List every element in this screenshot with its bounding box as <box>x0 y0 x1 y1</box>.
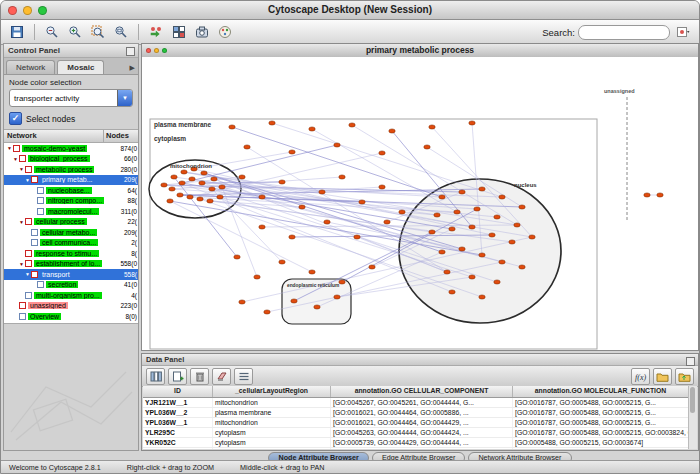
network-node[interactable] <box>319 190 325 194</box>
network-node[interactable] <box>279 180 285 184</box>
network-node[interactable] <box>314 305 320 309</box>
network-node[interactable] <box>264 310 270 314</box>
expand-triangle-icon[interactable]: ▼ <box>24 177 31 183</box>
network-node[interactable] <box>379 151 385 155</box>
network-node[interactable] <box>369 265 375 269</box>
network-node[interactable] <box>499 195 505 199</box>
scrollbar-thumb[interactable] <box>690 387 695 413</box>
snapshot-button[interactable] <box>192 23 212 42</box>
tree-row[interactable]: multi-organism pro...4( <box>4 290 138 301</box>
column-header[interactable]: annotation.GO MOLECULAR_FUNCTION <box>513 386 689 397</box>
tree-row[interactable]: ▼biological_process66(0 <box>4 154 138 165</box>
expand-triangle-icon[interactable]: ▼ <box>6 145 13 151</box>
network-node[interactable] <box>439 195 445 199</box>
network-node[interactable] <box>289 235 295 239</box>
network-node[interactable] <box>171 175 177 179</box>
network-node[interactable] <box>234 255 240 259</box>
tree-row[interactable]: ▼primary metab...209( <box>4 175 138 186</box>
network-node[interactable] <box>309 270 315 274</box>
zoom-window-button[interactable] <box>38 6 47 15</box>
network-node[interactable] <box>161 183 167 187</box>
tree-row[interactable]: nitrogen compo...88( <box>4 196 138 207</box>
tree-row[interactable]: ▼transport558( <box>4 269 138 280</box>
table-cell[interactable]: [GO:0005739, GO:0044429, GO:0044444, ... <box>331 438 513 447</box>
network-node[interactable] <box>239 300 245 304</box>
import-table-button[interactable] <box>653 368 672 385</box>
network-node[interactable] <box>349 123 355 127</box>
table-cell[interactable]: YJR121W__1 <box>143 398 213 407</box>
tree-row[interactable]: cell communica...2( <box>4 238 138 249</box>
export-table-button[interactable] <box>675 368 694 385</box>
network-node[interactable] <box>479 187 485 191</box>
table-cell[interactable]: [GO:0016787, GO:0005488, GO:0005215, G..… <box>513 408 689 417</box>
network-node[interactable] <box>469 275 475 279</box>
network-zoom-button[interactable] <box>162 48 167 53</box>
zoom-in-button[interactable] <box>65 23 85 42</box>
network-node[interactable] <box>514 223 520 227</box>
float-panel-icon[interactable] <box>686 357 695 366</box>
table-row[interactable]: YJR121W__1mitochondrion[GO:0045267, GO:0… <box>143 398 697 408</box>
column-header[interactable]: annotation.GO CELLULAR_COMPONENT <box>331 386 513 397</box>
table-row[interactable]: YKR052Ccytoplasm[GO:0005739, GO:0044429,… <box>143 438 697 448</box>
network-node[interactable] <box>499 260 505 264</box>
network-node[interactable] <box>429 125 435 129</box>
clear-selection-button[interactable] <box>212 368 231 385</box>
table-cell[interactable]: [GO:0016021, GO:0044464, GO:0044429, ... <box>331 448 513 449</box>
tree-row[interactable]: secretion41(0 <box>4 280 138 291</box>
network-node[interactable] <box>299 205 305 209</box>
network-node[interactable] <box>217 195 223 199</box>
table-cell[interactable]: mitochondrion <box>213 448 331 449</box>
network-node[interactable] <box>239 175 245 179</box>
table-cell[interactable]: [GO:0016787, GO:0005488, GO:0005215, GO:… <box>513 428 689 437</box>
network-node[interactable] <box>449 290 455 294</box>
network-node[interactable] <box>179 181 185 185</box>
network-node[interactable] <box>479 295 485 299</box>
delete-attribute-button[interactable] <box>190 368 209 385</box>
network-node[interactable] <box>324 220 330 224</box>
network-node[interactable] <box>209 187 215 191</box>
table-cell[interactable]: [GO:0016021, GO:0044464, GO:0044429, ... <box>331 418 513 427</box>
table-cell[interactable]: [GO:0005488, GO:0005215, GO:0003674] <box>513 438 689 447</box>
tree-row[interactable]: Overview8(0) <box>4 311 138 322</box>
vizmapper-button[interactable] <box>215 23 235 42</box>
tree-row[interactable]: ▼mosaic-demo-yeast874(0 <box>4 143 138 154</box>
table-cell[interactable]: plasma membrane <box>213 408 331 417</box>
create-attribute-button[interactable] <box>168 368 187 385</box>
table-cell[interactable]: YPL036W__2 <box>143 408 213 417</box>
tab-network[interactable]: Network <box>6 60 55 74</box>
network-node[interactable] <box>459 190 465 194</box>
minimize-button[interactable] <box>23 6 32 15</box>
network-node[interactable] <box>424 145 430 149</box>
table-row[interactable]: YDR039C__1mitochondrion[GO:0016021, GO:0… <box>143 448 697 449</box>
network-node[interactable] <box>309 127 315 131</box>
tree-row[interactable]: response to stimu...8( <box>4 248 138 259</box>
network-node[interactable] <box>494 215 500 219</box>
network-node[interactable] <box>399 210 405 214</box>
network-node[interactable] <box>469 121 475 125</box>
network-node[interactable] <box>509 240 515 244</box>
table-cell[interactable]: cytoplasm <box>213 428 331 437</box>
table-cell[interactable]: [GO:0016787, GO:0005488, GO:0005215, G..… <box>513 398 689 407</box>
network-node[interactable] <box>167 199 173 203</box>
expand-triangle-icon[interactable]: ▼ <box>24 271 31 277</box>
table-cell[interactable]: YPL036W__1 <box>143 418 213 427</box>
select-attributes-button[interactable] <box>146 368 165 385</box>
select-nodes-checkbox[interactable]: ✓ <box>9 112 22 125</box>
tree-row[interactable]: cellular metabo...209( <box>4 227 138 238</box>
network-node[interactable] <box>219 185 225 189</box>
network-node[interactable] <box>259 195 265 199</box>
save-button[interactable] <box>7 23 27 42</box>
expand-triangle-icon[interactable]: ▼ <box>18 219 25 225</box>
zoom-selected-region-button[interactable] <box>88 23 108 42</box>
tab-scroll-arrow-icon[interactable]: ▶ <box>130 64 138 74</box>
network-node[interactable] <box>489 233 495 237</box>
network-node[interactable] <box>454 210 460 214</box>
network-node[interactable] <box>519 205 525 209</box>
network-node[interactable] <box>197 197 203 201</box>
network-edge[interactable] <box>272 123 502 197</box>
network-node[interactable] <box>334 143 340 147</box>
row-options-button[interactable] <box>234 368 253 385</box>
network-node[interactable] <box>289 150 295 154</box>
network-node[interactable] <box>359 200 365 204</box>
network-node[interactable] <box>379 185 385 189</box>
